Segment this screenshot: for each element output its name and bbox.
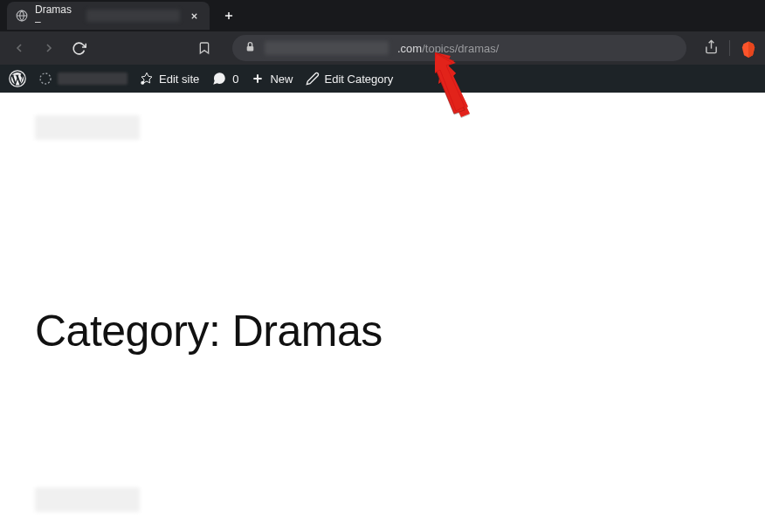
tab-strip: Dramas – (0, 0, 765, 31)
content-redacted-top (35, 115, 140, 140)
address-bar[interactable]: .com/topics/dramas/ (232, 35, 686, 61)
toolbar-right-actions (704, 39, 756, 58)
wp-comments-count: 0 (232, 73, 238, 86)
lock-icon (245, 41, 256, 55)
back-button[interactable] (9, 38, 30, 59)
tab-title-redacted (86, 10, 180, 22)
new-tab-button[interactable] (217, 3, 241, 28)
forward-button[interactable] (38, 38, 59, 59)
svg-rect-6 (247, 46, 254, 51)
category-heading: Category: Dramas (35, 306, 730, 356)
page-content: Category: Dramas (0, 93, 765, 532)
url-domain-redacted (265, 41, 389, 55)
share-button[interactable] (704, 39, 719, 58)
wp-comments[interactable]: 0 (211, 71, 238, 86)
url-text: .com/topics/dramas/ (397, 42, 499, 55)
wp-site-name[interactable] (38, 72, 128, 86)
tab-title-prefix: Dramas – (35, 3, 79, 28)
reload-button[interactable] (68, 38, 89, 59)
close-tab-button[interactable] (187, 9, 201, 23)
browser-toolbar: .com/topics/dramas/ (0, 31, 765, 65)
wp-site-name-redacted (58, 73, 128, 85)
browser-chrome: Dramas – (0, 0, 765, 65)
wp-new-label: New (270, 73, 293, 86)
browser-tab[interactable]: Dramas – (7, 2, 210, 30)
wp-logo-button[interactable] (9, 70, 26, 87)
svg-point-10 (141, 81, 144, 85)
content-redacted-bottom (35, 487, 140, 512)
wp-edit-site[interactable]: Edit site (140, 72, 199, 86)
bookmark-button[interactable] (194, 38, 215, 59)
svg-point-9 (40, 73, 51, 84)
wordpress-admin-bar: Edit site 0 New Edit Category (0, 65, 765, 93)
brave-logo-icon[interactable] (741, 40, 756, 56)
globe-icon (16, 10, 28, 22)
wp-edit-category-label: Edit Category (325, 73, 394, 86)
wp-edit-site-label: Edit site (159, 73, 199, 86)
wp-edit-category[interactable]: Edit Category (306, 72, 394, 86)
toolbar-divider (729, 40, 730, 56)
wp-new[interactable]: New (251, 72, 293, 86)
